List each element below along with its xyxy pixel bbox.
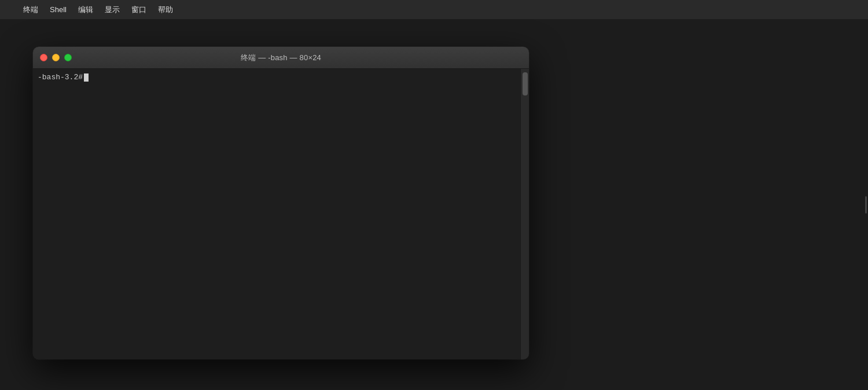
menu-item-shell[interactable]: Shell xyxy=(45,4,71,15)
terminal-cursor xyxy=(84,73,89,82)
apple-menu-item[interactable] xyxy=(7,9,16,11)
menubar: 终端 Shell 编辑 显示 窗口 帮助 xyxy=(0,0,868,19)
maximize-button[interactable] xyxy=(64,54,72,61)
minimize-button[interactable] xyxy=(52,54,60,61)
close-button[interactable] xyxy=(40,54,47,61)
menu-item-terminal[interactable]: 终端 xyxy=(19,3,43,16)
menu-item-window[interactable]: 窗口 xyxy=(127,3,151,16)
terminal-window: 终端 — -bash — 80×24 -bash-3.2# xyxy=(33,47,529,359)
scrollbar-thumb[interactable] xyxy=(523,72,528,95)
menu-item-view[interactable]: 显示 xyxy=(100,3,124,16)
terminal-body[interactable]: -bash-3.2# xyxy=(33,69,529,359)
terminal-titlebar: 终端 — -bash — 80×24 xyxy=(33,47,529,69)
menu-item-edit[interactable]: 编辑 xyxy=(73,3,98,16)
menu-item-help[interactable]: 帮助 xyxy=(153,3,178,16)
prompt-text: -bash-3.2# xyxy=(38,72,83,83)
desktop: 终端 — -bash — 80×24 -bash-3.2# xyxy=(0,19,868,390)
scrollbar-track xyxy=(523,70,528,358)
terminal-title: 终端 — -bash — 80×24 xyxy=(241,53,321,63)
desktop-scrollbar[interactable] xyxy=(865,196,867,214)
terminal-scrollbar[interactable] xyxy=(520,69,529,359)
terminal-content[interactable]: -bash-3.2# xyxy=(33,69,520,359)
traffic-lights xyxy=(40,54,72,61)
terminal-prompt-line: -bash-3.2# xyxy=(38,72,516,83)
